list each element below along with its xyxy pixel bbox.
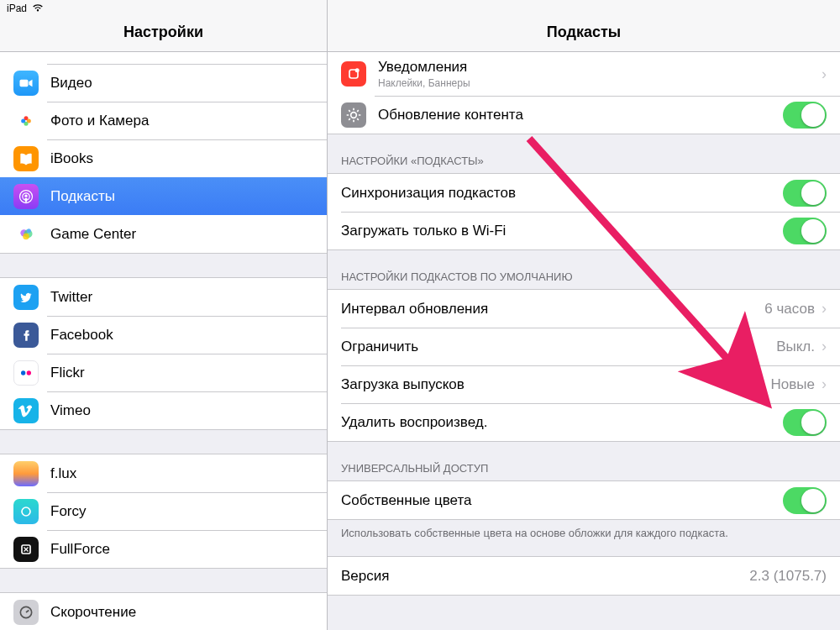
- row-label: Версия: [341, 568, 749, 585]
- twitter-icon: [13, 285, 39, 310]
- row-download-episodes[interactable]: Загрузка выпусков Новые ›: [328, 365, 840, 403]
- sidebar-item-label: Подкасты: [50, 188, 313, 205]
- row-label: Собственные цвета: [341, 492, 783, 509]
- row-label: Удалить воспроизвед.: [341, 414, 783, 431]
- sidebar-item-label: Twitter: [50, 289, 313, 306]
- row-label: Загружать только в Wi-Fi: [341, 223, 783, 239]
- row-value: 6 часов: [764, 301, 815, 318]
- sidebar-item-label: Facebook: [50, 327, 313, 344]
- sidebar-item-vimeo[interactable]: Vimeo: [0, 391, 327, 429]
- sidebar-item-flux[interactable]: f.lux: [0, 454, 327, 492]
- sidebar-item-podcasts[interactable]: Подкасты: [0, 177, 327, 215]
- notifications-icon: [341, 61, 366, 87]
- vimeo-icon: [13, 398, 39, 423]
- flickr-icon: [13, 360, 39, 386]
- chevron-right-icon: ›: [822, 66, 827, 83]
- row-label: Загрузка выпусков: [341, 376, 771, 393]
- sidebar-item-ibooks[interactable]: iBooks: [0, 139, 327, 177]
- svg-point-13: [23, 233, 29, 239]
- row-limit[interactable]: Ограничить Выкл. ›: [328, 328, 840, 365]
- toggle-background-refresh[interactable]: [783, 102, 827, 129]
- chevron-right-icon: ›: [822, 300, 827, 318]
- section-header: НАСТРОЙКИ «ПОДКАСТЫ»: [328, 134, 840, 173]
- sidebar-item-label: iBooks: [50, 150, 313, 167]
- toggle-wifi-only[interactable]: [783, 218, 827, 244]
- sidebar-item-flickr[interactable]: Flickr: [0, 354, 327, 391]
- svg-point-16: [27, 370, 31, 375]
- row-version: Версия 2.3 (1075.7): [328, 557, 840, 595]
- row-value: 2.3 (1075.7): [749, 568, 827, 585]
- svg-point-17: [22, 507, 30, 516]
- row-label: Уведомления: [378, 59, 470, 76]
- sidebar-item-label: Flickr: [50, 365, 313, 381]
- sidebar-item-fullforce[interactable]: FullForce: [0, 530, 327, 568]
- sidebar-item-twitter[interactable]: Twitter: [0, 278, 327, 316]
- row-label: Ограничить: [341, 339, 776, 355]
- sidebar-item-label: Vimeo: [50, 402, 313, 419]
- sidebar-item-label: Forcy: [50, 503, 313, 520]
- row-wifi-only[interactable]: Загружать только в Wi-Fi: [328, 212, 840, 249]
- row-delete-played[interactable]: Удалить воспроизвед.: [328, 403, 840, 441]
- gamecenter-icon: [13, 222, 39, 247]
- row-value: Новые: [771, 376, 815, 393]
- toggle-delete-played[interactable]: [783, 409, 827, 436]
- sidebar-item-photos[interactable]: Фото и Камера: [0, 102, 327, 139]
- svg-rect-3: [20, 79, 29, 86]
- row-label: Синхронизация подкастов: [341, 185, 783, 202]
- sidebar-item-facebook[interactable]: Facebook: [0, 316, 327, 354]
- row-value: Выкл.: [776, 339, 815, 355]
- sidebar-item-label: Фото и Камера: [50, 113, 313, 129]
- svg-point-22: [351, 112, 357, 118]
- toggle-sync-podcasts[interactable]: [783, 180, 827, 207]
- toggle-custom-colors[interactable]: [783, 487, 827, 514]
- ibooks-icon: [13, 146, 39, 171]
- row-custom-colors[interactable]: Собственные цвета: [328, 481, 840, 519]
- svg-point-15: [21, 370, 25, 375]
- speedread-icon: [13, 600, 39, 625]
- sidebar-item-peek[interactable]: [0, 52, 327, 64]
- svg-point-10: [24, 194, 27, 197]
- row-sync-podcasts[interactable]: Синхронизация подкастов: [328, 174, 840, 212]
- gear-icon: [341, 102, 366, 128]
- row-sublabel: Наклейки, Баннеры: [378, 77, 470, 89]
- row-label: Обновление контента: [378, 107, 783, 123]
- row-label: Интервал обновления: [341, 301, 764, 318]
- facebook-icon: [13, 323, 39, 348]
- detail-title: Подкасты: [328, 0, 840, 52]
- svg-point-14: [27, 228, 31, 233]
- svg-point-7: [21, 118, 25, 123]
- sidebar-item-forcy[interactable]: Forcy: [0, 492, 327, 530]
- sidebar-item-label: f.lux: [50, 465, 313, 482]
- row-background-refresh[interactable]: Обновление контента: [328, 96, 840, 134]
- section-footer: Использовать собственные цвета на основе…: [328, 520, 840, 539]
- sidebar-item-label: Game Center: [50, 226, 313, 243]
- sidebar-item-gamecenter[interactable]: Game Center: [0, 215, 327, 253]
- video-icon: [13, 71, 39, 96]
- flux-icon: [13, 461, 39, 486]
- fullforce-icon: [13, 537, 39, 562]
- sidebar-item-label: FullForce: [50, 541, 313, 558]
- section-header: УНИВЕРСАЛЬНЫЙ ДОСТУП: [328, 442, 840, 480]
- wifi-icon: [32, 3, 44, 14]
- sidebar-item-label: Скорочтение: [50, 604, 313, 621]
- section-header: НАСТРОЙКИ ПОДКАСТОВ ПО УМОЛЧАНИЮ: [328, 250, 840, 289]
- chevron-right-icon: ›: [822, 375, 827, 393]
- forcy-icon: [13, 499, 39, 524]
- row-notifications[interactable]: Уведомления Наклейки, Баннеры ›: [328, 52, 840, 96]
- row-refresh-interval[interactable]: Интервал обновления 6 часов ›: [328, 290, 840, 328]
- photos-icon: [13, 108, 39, 134]
- podcasts-icon: [13, 184, 39, 209]
- sidebar-item-speedread[interactable]: Скорочтение: [0, 593, 327, 630]
- sidebar-item-label: Видео: [50, 75, 313, 92]
- device-label: iPad: [7, 3, 27, 14]
- sidebar-item-video[interactable]: Видео: [0, 64, 327, 102]
- svg-point-21: [355, 68, 360, 72]
- chevron-right-icon: ›: [822, 338, 827, 355]
